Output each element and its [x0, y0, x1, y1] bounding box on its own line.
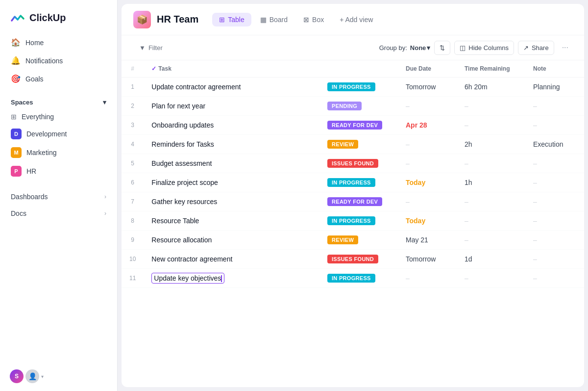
- share-button[interactable]: ↗ Share: [518, 41, 554, 55]
- cell-task[interactable]: Reminders for Tasks: [144, 135, 319, 154]
- cell-time-remaining: –: [457, 269, 525, 288]
- cell-status[interactable]: REVIEW: [319, 135, 398, 154]
- sidebar-item-dashboards[interactable]: Dashboards ›: [6, 188, 111, 205]
- cell-note: –: [525, 116, 584, 135]
- toolbar-right: Group by: None ▾ ⇅ ◫ Hide Columns ↗ Shar…: [379, 40, 572, 55]
- sidebar-item-notifications-label: Notifications: [25, 57, 63, 65]
- share-icon: ↗: [523, 44, 529, 52]
- share-label: Share: [532, 44, 549, 52]
- tab-table[interactable]: ⊞ Table: [212, 13, 251, 26]
- table-container: # ✓ Task Due Date Time Remaining Note 1U…: [122, 60, 584, 387]
- sidebar-bottom: Dashboards › Docs ›: [0, 188, 117, 222]
- col-num: #: [122, 60, 144, 78]
- cell-due-date: Today: [398, 173, 457, 192]
- cell-status[interactable]: IN PROGRESS: [319, 211, 398, 231]
- table-row: 4Reminders for TasksREVIEW–2hExecution: [122, 135, 584, 154]
- cell-note: –: [525, 192, 584, 211]
- table-row: 2Plan for next yearPENDING–––: [122, 97, 584, 116]
- cell-task[interactable]: Update contractor agreement: [144, 78, 319, 97]
- goals-icon: 🎯: [11, 74, 21, 83]
- hide-columns-icon: ◫: [460, 44, 466, 52]
- docs-chevron-icon: ›: [104, 210, 106, 217]
- cell-task[interactable]: Resource allocation: [144, 231, 319, 250]
- avatar-s: S: [10, 369, 24, 383]
- sidebar: ClickUp 🏠 Home 🔔 Notifications 🎯 Goals S…: [0, 0, 118, 391]
- tab-board[interactable]: ▦ Board: [253, 13, 294, 26]
- tab-box[interactable]: ⊠ Box: [296, 13, 331, 26]
- cell-status[interactable]: IN PROGRESS: [319, 78, 398, 97]
- sidebar-item-development[interactable]: D Development: [6, 125, 111, 143]
- table-header-row: # ✓ Task Due Date Time Remaining Note: [122, 60, 584, 78]
- sidebar-item-everything-label: Everything: [22, 113, 54, 121]
- cell-task[interactable]: Plan for next year: [144, 97, 319, 116]
- cell-status[interactable]: IN PROGRESS: [319, 173, 398, 192]
- cell-note: –: [525, 154, 584, 173]
- cell-note: –: [525, 211, 584, 231]
- cell-note: –: [525, 173, 584, 192]
- cell-time-remaining: –: [457, 154, 525, 173]
- cell-status[interactable]: IN PROGRESS: [319, 269, 398, 288]
- logo-text: ClickUp: [29, 12, 66, 24]
- cell-time-remaining: –: [457, 192, 525, 211]
- marketing-badge: M: [11, 147, 22, 158]
- sidebar-item-hr[interactable]: P HR: [6, 162, 111, 181]
- sidebar-item-hr-label: HR: [26, 167, 36, 175]
- cell-task[interactable]: Resource Table: [144, 211, 319, 231]
- cell-task[interactable]: Onboarding updates: [144, 116, 319, 135]
- table-row: 7Gather key resourcesREADY FOR DEV–––: [122, 192, 584, 211]
- sidebar-item-home[interactable]: 🏠 Home: [6, 33, 111, 52]
- cell-status[interactable]: ISSUES FOUND: [319, 154, 398, 173]
- cell-task[interactable]: New contractor agreement: [144, 250, 319, 269]
- main-content: 📦 HR Team ⊞ Table ▦ Board ⊠ Box + Add vi…: [122, 4, 584, 387]
- cell-task[interactable]: Finalize project scope: [144, 173, 319, 192]
- cell-note: Execution: [525, 135, 584, 154]
- logo-area: ClickUp: [0, 0, 117, 33]
- cell-num: 2: [122, 97, 144, 116]
- table-row: 6Finalize project scopeIN PROGRESSToday1…: [122, 173, 584, 192]
- cell-due-date: –: [398, 269, 457, 288]
- add-view-button[interactable]: + Add view: [333, 13, 380, 26]
- sidebar-item-marketing-label: Marketing: [26, 149, 56, 156]
- filter-button[interactable]: ▼ Filter: [133, 41, 169, 54]
- cell-task[interactable]: Update key objectives: [144, 269, 319, 288]
- sidebar-item-notifications[interactable]: 🔔 Notifications: [6, 52, 111, 70]
- table-row: 8Resource TableIN PROGRESSToday––: [122, 211, 584, 231]
- more-options-button[interactable]: ···: [558, 40, 572, 55]
- cell-task[interactable]: Gather key resources: [144, 192, 319, 211]
- cell-status[interactable]: READY FOR DEV: [319, 116, 398, 135]
- sidebar-item-everything[interactable]: ⊞ Everything: [6, 109, 111, 125]
- sidebar-item-docs[interactable]: Docs ›: [6, 205, 111, 222]
- table-tab-icon: ⊞: [219, 16, 225, 24]
- cell-num: 8: [122, 211, 144, 231]
- avatar-stack[interactable]: S 👤 ▾: [10, 369, 44, 383]
- sidebar-item-goals[interactable]: 🎯 Goals: [6, 70, 111, 88]
- table-row: 10New contractor agreementISSUES FOUNDTo…: [122, 250, 584, 269]
- dashboards-label: Dashboards: [11, 193, 48, 201]
- add-view-label: + Add view: [340, 16, 373, 24]
- cell-task[interactable]: Budget assessment: [144, 154, 319, 173]
- cell-status[interactable]: READY FOR DEV: [319, 192, 398, 211]
- cell-status[interactable]: PENDING: [319, 97, 398, 116]
- cell-due-date: –: [398, 135, 457, 154]
- cell-due-date: –: [398, 154, 457, 173]
- group-by-value[interactable]: None ▾: [410, 44, 431, 52]
- hide-columns-button[interactable]: ◫ Hide Columns: [454, 41, 514, 55]
- sidebar-item-marketing[interactable]: M Marketing: [6, 143, 111, 162]
- tab-box-label: Box: [312, 16, 324, 24]
- cell-num: 9: [122, 231, 144, 250]
- hide-columns-label: Hide Columns: [468, 44, 509, 52]
- col-time-remaining: Time Remaining: [457, 60, 525, 78]
- cell-time-remaining: 6h 20m: [457, 78, 525, 97]
- filter-icon: ▼: [139, 44, 146, 52]
- cell-status[interactable]: REVIEW: [319, 231, 398, 250]
- box-tab-icon: ⊠: [303, 16, 309, 24]
- sidebar-item-goals-label: Goals: [25, 75, 44, 83]
- group-by: Group by: None ▾: [379, 44, 431, 52]
- spaces-header[interactable]: Spaces ▾: [6, 96, 111, 109]
- sort-button[interactable]: ⇅: [434, 41, 450, 55]
- main-header: 📦 HR Team ⊞ Table ▦ Board ⊠ Box + Add vi…: [122, 4, 584, 35]
- table-row: 9Resource allocationREVIEWMay 21––: [122, 231, 584, 250]
- sidebar-item-home-label: Home: [25, 39, 44, 47]
- cell-due-date: May 21: [398, 231, 457, 250]
- cell-status[interactable]: ISSUES FOUND: [319, 250, 398, 269]
